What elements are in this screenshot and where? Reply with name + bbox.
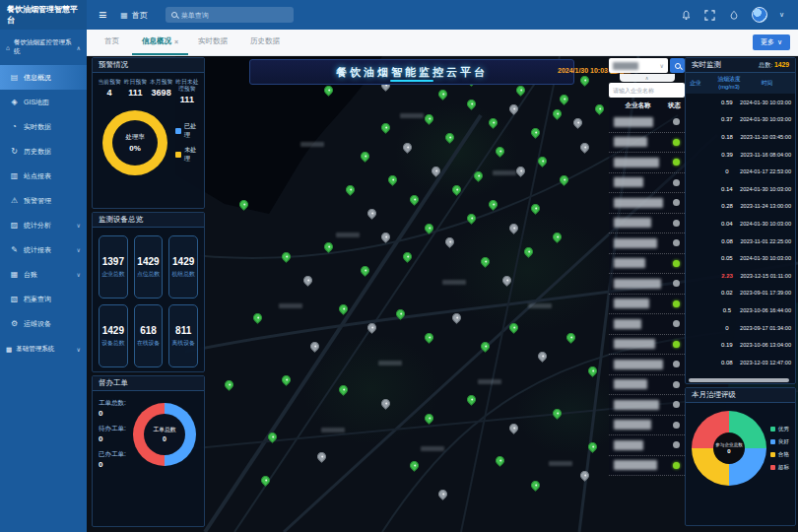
map-place-label-blur bbox=[493, 170, 516, 175]
realtime-table-row[interactable]: 0.19 2023-10-06 13:04:00 bbox=[686, 336, 795, 354]
map-place-label-blur bbox=[478, 379, 501, 384]
density-value: 0 bbox=[714, 168, 740, 174]
sidebar-section-restaurant-system[interactable]: ⌂ 餐饮油烟监控管理系统 ∧ bbox=[0, 30, 87, 65]
more-button[interactable]: 更多 ∨ bbox=[753, 34, 790, 50]
horizontal-scrollbar[interactable] bbox=[689, 378, 789, 382]
realtime-table-row[interactable]: 0.08 2023-11-01 22:25:00 bbox=[686, 233, 795, 250]
warning-stat-value: 111 bbox=[174, 95, 200, 104]
sidebar-item[interactable]: ⚙ 运维设备 bbox=[0, 311, 87, 336]
monthly-rating-panel: 本月治理评级 参与企业总数 0 优秀 良好 bbox=[685, 387, 796, 526]
company-list-row[interactable] bbox=[609, 173, 685, 194]
sidebar-item[interactable]: ▥ 站点报表 bbox=[0, 164, 87, 188]
warning-stat-value: 111 bbox=[122, 88, 148, 98]
realtime-table-row[interactable]: 0 2023-09-17 01:34:00 bbox=[686, 319, 795, 337]
chevron-down-icon: ∨ bbox=[77, 271, 81, 278]
company-list-row[interactable] bbox=[609, 435, 685, 456]
page-tab[interactable]: 首页 bbox=[95, 30, 132, 55]
order-stat-value: 0 bbox=[99, 409, 126, 418]
user-avatar[interactable] bbox=[752, 7, 767, 23]
sidebar-item[interactable]: ▤ 信息概况 bbox=[0, 65, 87, 90]
company-name-search-box[interactable] bbox=[609, 83, 685, 98]
reading-time: 2023-11-24 13:00:00 bbox=[740, 203, 791, 209]
realtime-table-row[interactable]: 0.18 2023-11-10 03:45:00 bbox=[686, 128, 795, 146]
bell-icon[interactable] bbox=[681, 9, 693, 21]
company-list-row[interactable] bbox=[609, 274, 685, 295]
chevron-down-icon[interactable]: ∨ bbox=[779, 11, 784, 19]
sidebar-item[interactable]: ▨ 统计分析 ∨ bbox=[0, 213, 87, 237]
sidebar-item[interactable]: ↻ 历史数据 bbox=[0, 139, 87, 164]
realtime-table-row[interactable]: 0.14 2024-01-30 10:03:00 bbox=[686, 180, 795, 198]
chevron-down-icon: ∨ bbox=[77, 346, 81, 353]
donut-value: 0 bbox=[163, 435, 166, 442]
page-tab[interactable]: 信息概况 × bbox=[132, 30, 188, 55]
company-list-row[interactable] bbox=[609, 314, 685, 335]
sidebar-item[interactable]: ⚠ 预警管理 bbox=[0, 188, 87, 213]
rating-donut-chart: 参与企业总数 0 bbox=[692, 411, 766, 486]
realtime-table-row[interactable]: 0.28 2023-11-24 13:00:00 bbox=[686, 198, 795, 216]
select-value-blur bbox=[613, 62, 638, 70]
warning-legend: 已处理 未处理 bbox=[175, 122, 198, 164]
company-name-input[interactable] bbox=[613, 88, 681, 94]
legend-swatch bbox=[770, 465, 775, 470]
realtime-table-row[interactable]: 2.23 2023-12-15 01:11:00 bbox=[686, 267, 795, 285]
company-list-row[interactable] bbox=[609, 456, 685, 477]
map-place-label-blur bbox=[528, 303, 552, 308]
collapse-toggle[interactable]: ∧ bbox=[620, 74, 675, 82]
hamburger-menu-icon[interactable]: ≡ bbox=[99, 7, 106, 23]
page-tab[interactable]: 历史数据 bbox=[240, 30, 293, 55]
reading-time: 2023-12-03 12:47:00 bbox=[740, 360, 791, 366]
status-dot bbox=[673, 320, 680, 327]
company-list-row[interactable] bbox=[609, 214, 685, 234]
order-stat: 工单总数: 0 bbox=[99, 399, 126, 418]
realtime-table-row[interactable]: 0.37 2024-01-30 10:03:00 bbox=[686, 111, 795, 129]
company-list-row[interactable] bbox=[609, 133, 685, 154]
realtime-table-row[interactable]: 0.08 2023-12-03 12:47:00 bbox=[686, 354, 795, 371]
tab-label: 实时数据 bbox=[198, 36, 228, 46]
sidebar-item[interactable]: ✎ 统计报表 ∨ bbox=[0, 237, 87, 262]
tab-label: 历史数据 bbox=[250, 36, 280, 46]
device-stat-card: 1397 企业总数 bbox=[99, 235, 128, 299]
realtime-table-row[interactable]: 0.02 2023-09-01 17:39:00 bbox=[686, 285, 795, 302]
company-list-row[interactable] bbox=[609, 254, 685, 275]
company-list-row[interactable] bbox=[609, 395, 685, 416]
tab-close-icon[interactable]: × bbox=[174, 38, 178, 45]
realtime-table-row[interactable]: 0.59 2024-01-30 10:03:00 bbox=[686, 94, 795, 111]
sidebar-item[interactable]: ▦ 台账 ∨ bbox=[0, 262, 87, 287]
sidebar-item[interactable]: ◔ 实时数据 bbox=[0, 114, 87, 139]
company-list-row[interactable] bbox=[609, 335, 685, 356]
company-list-row[interactable] bbox=[609, 355, 685, 375]
realtime-table-row[interactable]: 0.05 2024-01-30 10:03:00 bbox=[686, 249, 795, 267]
warning-stat-label: 本月预警 bbox=[149, 79, 174, 86]
company-list-row[interactable] bbox=[609, 233, 685, 254]
company-list-row[interactable] bbox=[609, 193, 685, 214]
company-list-row[interactable] bbox=[609, 375, 685, 396]
region-select[interactable]: ∨ bbox=[609, 58, 668, 73]
app-title: 餐饮油烟管理智慧平台 bbox=[0, 0, 87, 30]
menu-search-input[interactable] bbox=[181, 12, 288, 19]
flame-icon[interactable] bbox=[728, 9, 740, 21]
company-name-blur bbox=[614, 279, 661, 289]
realtime-table-row[interactable]: 0.04 2024-01-30 10:03:00 bbox=[686, 215, 795, 233]
sidebar-section-base-system[interactable]: ▩ 基础管理系统 ∨ bbox=[0, 336, 87, 363]
company-name-blur bbox=[614, 400, 659, 410]
density-value: 0.28 bbox=[714, 203, 741, 209]
company-search-button[interactable] bbox=[670, 58, 685, 73]
status-dot bbox=[673, 159, 680, 166]
sidebar-item[interactable]: ◈ GIS地图 bbox=[0, 90, 87, 114]
legend-label: 合格 bbox=[778, 451, 789, 459]
sidebar-item[interactable]: ▧ 档案查询 bbox=[0, 287, 87, 311]
realtime-table-row[interactable]: 0.39 2023-11-16 08:04:00 bbox=[686, 146, 795, 164]
company-list-row[interactable] bbox=[609, 112, 685, 133]
company-list-row[interactable] bbox=[609, 416, 685, 436]
realtime-table-row[interactable]: 0 2024-01-17 22:53:00 bbox=[686, 163, 795, 180]
company-list-row[interactable] bbox=[609, 153, 685, 173]
realtime-table-row[interactable]: 0.5 2023-10-06 16:44:00 bbox=[686, 301, 795, 319]
page-tab[interactable]: 实时数据 bbox=[188, 30, 240, 55]
breadcrumb[interactable]: ▦ 首页 bbox=[120, 10, 148, 21]
fullscreen-icon[interactable] bbox=[704, 9, 716, 21]
legend-item: 合格 bbox=[770, 451, 789, 459]
menu-search-box[interactable] bbox=[166, 7, 294, 23]
company-list-row[interactable] bbox=[609, 295, 685, 315]
company-list: 企业名称 状态 bbox=[609, 100, 685, 476]
reading-time: 2024-01-30 10:03:00 bbox=[740, 255, 791, 261]
